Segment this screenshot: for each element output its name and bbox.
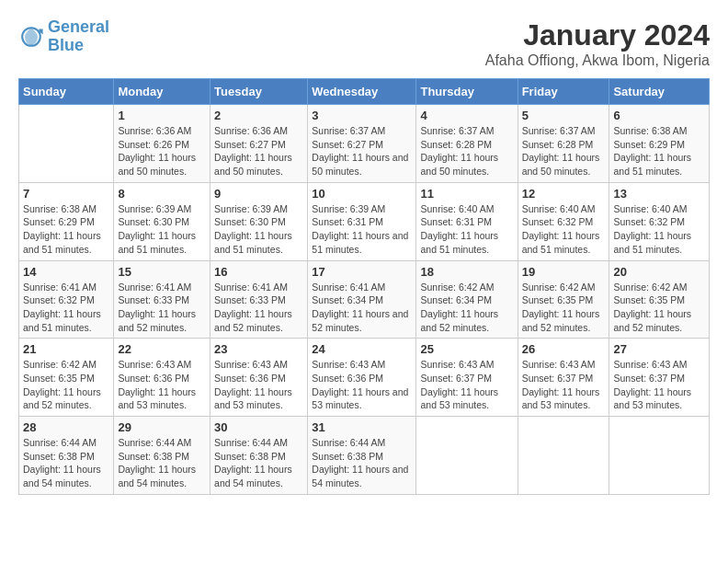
day-info: Sunrise: 6:42 AMSunset: 6:35 PMDaylight:…	[522, 281, 606, 335]
day-number: 26	[522, 342, 606, 356]
day-cell: 21Sunrise: 6:42 AMSunset: 6:35 PMDayligh…	[19, 339, 114, 417]
day-number: 4	[420, 109, 513, 122]
day-cell	[609, 417, 710, 495]
calendar-subtitle: Afaha Offiong, Akwa Ibom, Nigeria	[485, 52, 710, 69]
day-number: 30	[214, 420, 303, 434]
day-info: Sunrise: 6:42 AMSunset: 6:34 PMDaylight:…	[420, 281, 513, 335]
day-info: Sunrise: 6:40 AMSunset: 6:32 PMDaylight:…	[522, 202, 606, 257]
day-info: Sunrise: 6:43 AMSunset: 6:37 PMDaylight:…	[420, 358, 513, 412]
day-cell: 25Sunrise: 6:43 AMSunset: 6:37 PMDayligh…	[416, 339, 518, 417]
day-info: Sunrise: 6:41 AMSunset: 6:34 PMDaylight:…	[312, 281, 412, 335]
day-number: 8	[118, 187, 206, 201]
day-cell: 30Sunrise: 6:44 AMSunset: 6:38 PMDayligh…	[210, 417, 308, 495]
header-tuesday: Tuesday	[210, 79, 308, 105]
day-info: Sunrise: 6:40 AMSunset: 6:32 PMDaylight:…	[613, 202, 705, 257]
day-cell: 18Sunrise: 6:42 AMSunset: 6:34 PMDayligh…	[416, 260, 518, 339]
day-info: Sunrise: 6:38 AMSunset: 6:29 PMDaylight:…	[23, 202, 109, 257]
day-info: Sunrise: 6:41 AMSunset: 6:33 PMDaylight:…	[214, 281, 303, 335]
day-cell: 11Sunrise: 6:40 AMSunset: 6:31 PMDayligh…	[416, 182, 518, 260]
day-info: Sunrise: 6:44 AMSunset: 6:38 PMDaylight:…	[23, 436, 109, 490]
day-cell: 20Sunrise: 6:42 AMSunset: 6:35 PMDayligh…	[609, 260, 710, 339]
logo-text: General Blue	[48, 18, 109, 55]
logo-icon	[18, 24, 44, 50]
day-cell: 12Sunrise: 6:40 AMSunset: 6:32 PMDayligh…	[518, 182, 609, 260]
day-number: 14	[23, 265, 109, 279]
day-info: Sunrise: 6:43 AMSunset: 6:36 PMDaylight:…	[118, 358, 206, 412]
header-wednesday: Wednesday	[308, 79, 416, 105]
logo-line1: General	[48, 17, 109, 36]
week-row-4: 21Sunrise: 6:42 AMSunset: 6:35 PMDayligh…	[19, 339, 710, 417]
day-number: 11	[420, 187, 513, 201]
day-number: 24	[312, 342, 412, 356]
day-number: 1	[118, 109, 206, 122]
day-number: 17	[312, 265, 412, 279]
day-cell: 26Sunrise: 6:43 AMSunset: 6:37 PMDayligh…	[518, 339, 609, 417]
week-row-3: 14Sunrise: 6:41 AMSunset: 6:32 PMDayligh…	[19, 260, 710, 339]
day-info: Sunrise: 6:36 AMSunset: 6:26 PMDaylight:…	[118, 124, 206, 178]
day-cell: 16Sunrise: 6:41 AMSunset: 6:33 PMDayligh…	[210, 260, 308, 339]
day-number: 12	[522, 187, 606, 201]
calendar-title: January 2024	[485, 18, 710, 52]
day-info: Sunrise: 6:39 AMSunset: 6:30 PMDaylight:…	[118, 202, 206, 257]
day-cell: 23Sunrise: 6:43 AMSunset: 6:36 PMDayligh…	[210, 339, 308, 417]
day-number: 31	[312, 420, 412, 434]
day-cell	[416, 417, 518, 495]
day-cell: 28Sunrise: 6:44 AMSunset: 6:38 PMDayligh…	[19, 417, 114, 495]
day-info: Sunrise: 6:39 AMSunset: 6:30 PMDaylight:…	[214, 202, 303, 257]
header-row: SundayMondayTuesdayWednesdayThursdayFrid…	[19, 79, 710, 105]
day-cell: 29Sunrise: 6:44 AMSunset: 6:38 PMDayligh…	[114, 417, 210, 495]
header-thursday: Thursday	[416, 79, 518, 105]
day-cell: 2Sunrise: 6:36 AMSunset: 6:27 PMDaylight…	[210, 105, 308, 183]
day-cell: 3Sunrise: 6:37 AMSunset: 6:27 PMDaylight…	[308, 105, 416, 183]
week-row-5: 28Sunrise: 6:44 AMSunset: 6:38 PMDayligh…	[19, 417, 710, 495]
day-cell: 1Sunrise: 6:36 AMSunset: 6:26 PMDaylight…	[114, 105, 210, 183]
day-cell: 17Sunrise: 6:41 AMSunset: 6:34 PMDayligh…	[308, 260, 416, 339]
day-number: 16	[214, 265, 303, 279]
day-cell: 4Sunrise: 6:37 AMSunset: 6:28 PMDaylight…	[416, 105, 518, 183]
calendar-table: SundayMondayTuesdayWednesdayThursdayFrid…	[18, 78, 710, 495]
day-info: Sunrise: 6:36 AMSunset: 6:27 PMDaylight:…	[214, 124, 303, 178]
week-row-2: 7Sunrise: 6:38 AMSunset: 6:29 PMDaylight…	[19, 182, 710, 260]
day-info: Sunrise: 6:43 AMSunset: 6:36 PMDaylight:…	[214, 358, 303, 412]
title-section: January 2024 Afaha Offiong, Akwa Ibom, N…	[485, 18, 710, 69]
day-info: Sunrise: 6:42 AMSunset: 6:35 PMDaylight:…	[23, 358, 109, 412]
day-info: Sunrise: 6:37 AMSunset: 6:28 PMDaylight:…	[420, 124, 513, 178]
day-cell: 14Sunrise: 6:41 AMSunset: 6:32 PMDayligh…	[19, 260, 114, 339]
day-cell: 8Sunrise: 6:39 AMSunset: 6:30 PMDaylight…	[114, 182, 210, 260]
day-number: 2	[214, 109, 303, 122]
day-info: Sunrise: 6:43 AMSunset: 6:37 PMDaylight:…	[522, 358, 606, 412]
day-info: Sunrise: 6:41 AMSunset: 6:32 PMDaylight:…	[23, 281, 109, 335]
day-cell: 10Sunrise: 6:39 AMSunset: 6:31 PMDayligh…	[308, 182, 416, 260]
day-cell	[518, 417, 609, 495]
day-info: Sunrise: 6:43 AMSunset: 6:37 PMDaylight:…	[613, 358, 705, 412]
day-info: Sunrise: 6:41 AMSunset: 6:33 PMDaylight:…	[118, 281, 206, 335]
day-info: Sunrise: 6:40 AMSunset: 6:31 PMDaylight:…	[420, 202, 513, 257]
day-cell: 7Sunrise: 6:38 AMSunset: 6:29 PMDaylight…	[19, 182, 114, 260]
day-info: Sunrise: 6:38 AMSunset: 6:29 PMDaylight:…	[613, 124, 705, 178]
day-number: 7	[23, 187, 109, 201]
day-cell: 27Sunrise: 6:43 AMSunset: 6:37 PMDayligh…	[609, 339, 710, 417]
day-number: 20	[613, 265, 705, 279]
day-number: 3	[312, 109, 412, 122]
logo-line2: Blue	[48, 36, 84, 54]
header-sunday: Sunday	[19, 79, 114, 105]
day-number: 27	[613, 342, 705, 356]
day-number: 10	[312, 187, 412, 201]
week-row-1: 1Sunrise: 6:36 AMSunset: 6:26 PMDaylight…	[19, 105, 710, 183]
page-header: General Blue January 2024 Afaha Offiong,…	[18, 18, 710, 69]
day-cell: 5Sunrise: 6:37 AMSunset: 6:28 PMDaylight…	[518, 105, 609, 183]
day-number: 22	[118, 342, 206, 356]
day-number: 21	[23, 342, 109, 356]
day-cell: 9Sunrise: 6:39 AMSunset: 6:30 PMDaylight…	[210, 182, 308, 260]
day-cell: 15Sunrise: 6:41 AMSunset: 6:33 PMDayligh…	[114, 260, 210, 339]
day-cell: 22Sunrise: 6:43 AMSunset: 6:36 PMDayligh…	[114, 339, 210, 417]
day-cell: 24Sunrise: 6:43 AMSunset: 6:36 PMDayligh…	[308, 339, 416, 417]
day-number: 9	[214, 187, 303, 201]
day-info: Sunrise: 6:43 AMSunset: 6:36 PMDaylight:…	[312, 358, 412, 412]
day-info: Sunrise: 6:44 AMSunset: 6:38 PMDaylight:…	[214, 436, 303, 490]
day-number: 29	[118, 420, 206, 434]
day-cell: 19Sunrise: 6:42 AMSunset: 6:35 PMDayligh…	[518, 260, 609, 339]
day-number: 13	[613, 187, 705, 201]
day-number: 18	[420, 265, 513, 279]
day-number: 6	[613, 109, 705, 122]
